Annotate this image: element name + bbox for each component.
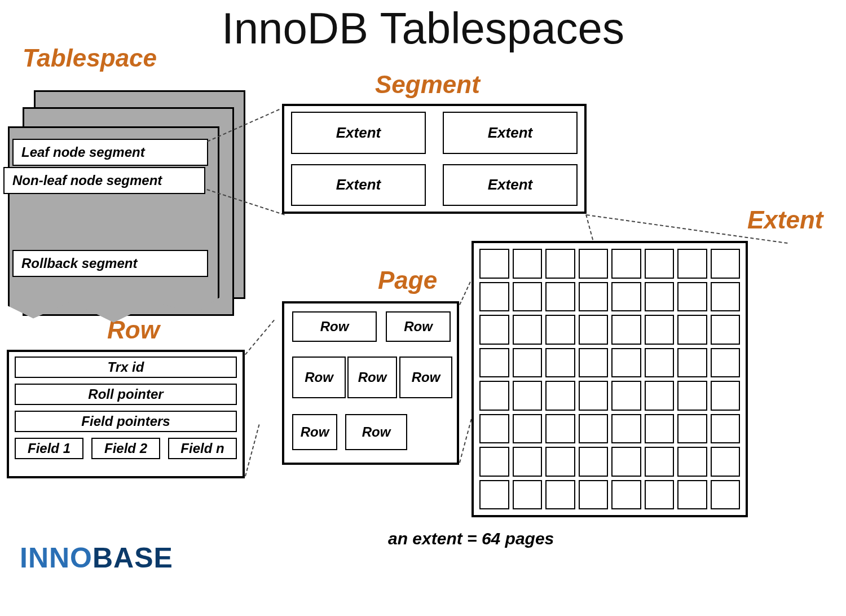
page-box: Row Row Row Row Row Row Row — [282, 301, 459, 465]
extent-page-cell — [579, 381, 609, 411]
extent-page-cell — [611, 414, 641, 444]
extent-page-cell — [645, 480, 675, 510]
segment-extent: Extent — [443, 164, 578, 206]
extent-page-cell — [513, 480, 543, 510]
page-row: Row — [386, 311, 451, 342]
extent-page-cell — [479, 414, 509, 444]
extent-page-cell — [711, 414, 741, 444]
page-row: Row — [399, 357, 452, 398]
page-row: Row — [345, 414, 407, 450]
label-tablespace: Tablespace — [23, 44, 157, 72]
extent-page-cell — [545, 447, 575, 477]
page-row: Row — [292, 357, 346, 398]
extent-page-cell — [579, 480, 609, 510]
segment-extent: Extent — [291, 164, 426, 206]
extent-page-cell — [513, 414, 543, 444]
extent-page-cell — [711, 381, 741, 411]
extent-page-cell — [611, 447, 641, 477]
extent-page-cell — [479, 315, 509, 345]
extent-page-cell — [545, 480, 575, 510]
extent-page-cell — [545, 348, 575, 378]
extent-page-cell — [513, 381, 543, 411]
page-row: Row — [292, 414, 337, 450]
extent-page-cell — [611, 348, 641, 378]
label-extent: Extent — [747, 206, 823, 234]
extent-page-cell — [645, 447, 675, 477]
extent-page-cell — [479, 381, 509, 411]
extent-page-cell — [677, 480, 707, 510]
connector-line — [245, 424, 260, 476]
extent-page-cell — [545, 282, 575, 312]
extent-page-cell — [611, 381, 641, 411]
extent-page-cell — [711, 315, 741, 345]
extent-page-cell — [711, 348, 741, 378]
extent-page-cell — [677, 315, 707, 345]
label-page: Page — [378, 266, 437, 294]
extent-page-cell — [645, 315, 675, 345]
extent-page-cell — [479, 282, 509, 312]
extent-page-cell — [677, 282, 707, 312]
extent-page-cell — [479, 447, 509, 477]
tablespace-leaf-segment: Leaf node segment — [12, 139, 208, 166]
extent-page-cell — [513, 282, 543, 312]
logo-part2: BASE — [92, 542, 173, 574]
logo-part1: INNO — [20, 542, 92, 574]
row-field-pointers: Field pointers — [15, 411, 237, 432]
extent-page-cell — [711, 480, 741, 510]
extent-page-cell — [645, 249, 675, 279]
extent-page-cell — [611, 480, 641, 510]
row-field-1: Field 1 — [15, 438, 83, 459]
extent-page-cell — [513, 315, 543, 345]
extent-page-cell — [611, 315, 641, 345]
page-row: Row — [292, 311, 377, 342]
tablespace-nonleaf-segment: Non-leaf node segment — [3, 167, 205, 194]
innobase-logo: INNOBASE — [20, 542, 173, 574]
tablespace-rollback-segment: Rollback segment — [12, 250, 208, 277]
footnote-extent-pages: an extent = 64 pages — [388, 529, 554, 548]
extent-page-cell — [711, 249, 741, 279]
row-field-n: Field n — [168, 438, 237, 459]
extent-page-cell — [677, 447, 707, 477]
connector-line — [459, 281, 471, 305]
connector-line — [459, 419, 472, 463]
extent-page-cell — [611, 249, 641, 279]
connector-line — [245, 320, 275, 355]
segment-extent: Extent — [443, 112, 578, 154]
extent-page-cell — [677, 249, 707, 279]
extent-page-cell — [479, 348, 509, 378]
extent-page-cell — [545, 414, 575, 444]
extent-page-cell — [579, 447, 609, 477]
extent-page-cell — [645, 282, 675, 312]
extent-page-cell — [579, 249, 609, 279]
segment-box: Extent Extent Extent Extent — [282, 104, 587, 214]
extent-page-cell — [677, 414, 707, 444]
extent-page-cell — [645, 381, 675, 411]
extent-page-cell — [611, 282, 641, 312]
label-segment: Segment — [375, 71, 480, 99]
extent-page-cell — [677, 348, 707, 378]
row-trx-id: Trx id — [15, 357, 237, 378]
row-field-2: Field 2 — [91, 438, 160, 459]
extent-box — [472, 241, 748, 517]
extent-page-cell — [479, 249, 509, 279]
extent-page-cell — [579, 414, 609, 444]
extent-page-cell — [545, 381, 575, 411]
extent-page-cell — [645, 348, 675, 378]
extent-page-cell — [479, 480, 509, 510]
row-roll-pointer: Roll pointer — [15, 384, 237, 405]
extent-page-cell — [545, 315, 575, 345]
extent-page-cell — [513, 348, 543, 378]
segment-extent: Extent — [291, 112, 426, 154]
extent-page-cell — [711, 447, 741, 477]
extent-page-cell — [579, 348, 609, 378]
extent-page-cell — [513, 249, 543, 279]
extent-page-cell — [513, 447, 543, 477]
extent-page-cell — [677, 381, 707, 411]
page-row: Row — [347, 357, 397, 398]
extent-page-cell — [579, 282, 609, 312]
extent-page-cell — [645, 414, 675, 444]
row-box: Trx id Roll pointer Field pointers Field… — [7, 350, 245, 478]
extent-page-cell — [579, 315, 609, 345]
extent-page-cell — [545, 249, 575, 279]
extent-page-cell — [711, 282, 741, 312]
